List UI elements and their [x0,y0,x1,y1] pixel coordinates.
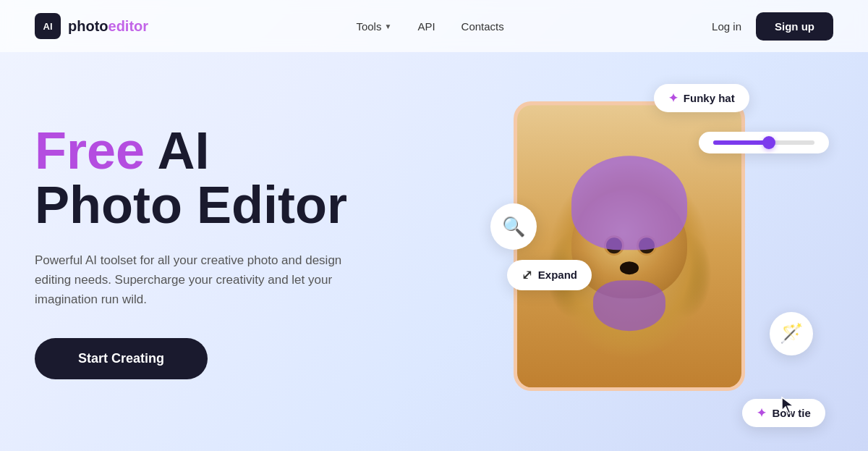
sparkle-icon-2: ✦ [757,406,766,420]
dog-nose [620,261,639,274]
chip-slider[interactable] [699,132,829,153]
chip-expand-label: Expand [538,269,577,281]
navbar: AI photoeditor Tools ▼ API Contacts Log … [0,0,868,52]
signup-button[interactable]: Sign up [756,12,833,41]
nav-links: Tools ▼ API Contacts [356,20,503,33]
nav-contacts[interactable]: Contacts [461,20,504,33]
slider-track [713,140,814,145]
nav-tools[interactable]: Tools ▼ [356,20,391,33]
chevron-down-icon: ▼ [384,22,391,30]
hero-description: Powerful AI toolset for all your creativ… [35,250,367,310]
slider-fill [713,140,769,145]
start-creating-button[interactable]: Start Creating [35,338,208,379]
hero-illustration: ✦ Funky hat 🔍 ⤢ Expand 🪄 ✦ Bow tie [425,52,833,451]
nav-actions: Log in Sign up [712,12,833,41]
slider-thumb [762,136,775,149]
expand-icon: ⤢ [522,267,532,283]
chip-funky-hat: ✦ Funky hat [654,84,749,112]
hero-title: Free AI Photo Editor [35,124,425,233]
logo-wordmark: photoeditor [68,18,148,35]
nav-api[interactable]: API [417,20,435,33]
chip-tool[interactable]: 🪄 [770,312,813,355]
dog-collar-overlay [593,280,665,331]
logo[interactable]: AI photoeditor [35,13,148,39]
sparkle-icon: ✦ [668,91,678,105]
chip-funky-hat-label: Funky hat [684,92,735,104]
login-button[interactable]: Log in [712,20,741,33]
search-icon: 🔍 [502,216,525,238]
cursor-icon [780,396,796,419]
wand-icon: 🪄 [780,322,803,345]
hero-title-free: Free [35,122,145,180]
logo-icon: AI [35,13,61,39]
hero-section: Free AI Photo Editor Powerful AI toolset… [0,52,868,451]
dog-hat-overlay [571,156,687,250]
hero-left: Free AI Photo Editor Powerful AI toolset… [35,124,425,380]
chip-expand: ⤢ Expand [507,260,592,290]
